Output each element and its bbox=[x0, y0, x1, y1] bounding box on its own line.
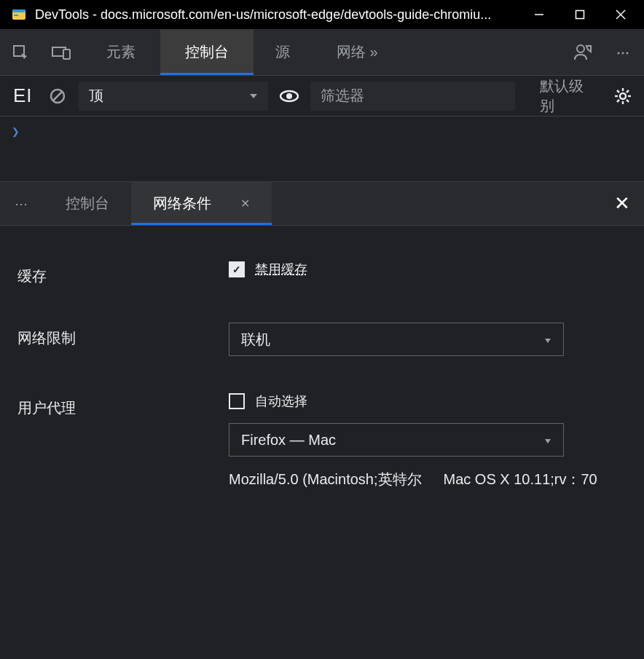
drawer-more-tabs-icon[interactable]: ⋯ bbox=[0, 182, 44, 225]
svg-rect-9 bbox=[63, 50, 70, 59]
cache-label: 缓存 bbox=[17, 261, 229, 286]
devtools-app-icon bbox=[10, 6, 28, 23]
maximize-button[interactable] bbox=[559, 0, 600, 29]
dropdown-arrow-icon bbox=[544, 432, 551, 449]
ua-string-part-1: Mozilla/5.0 (Macintosh;英特尔 bbox=[229, 470, 422, 489]
close-drawer-icon[interactable]: ✕ bbox=[600, 182, 644, 225]
disable-cache-label: 禁用缓存 bbox=[255, 261, 307, 278]
account-icon[interactable] bbox=[562, 29, 603, 75]
throttling-select[interactable]: 联机 bbox=[229, 323, 564, 356]
minimize-button[interactable] bbox=[519, 0, 559, 29]
tab-console[interactable]: 控制台 bbox=[160, 29, 254, 75]
drawer-tab-console[interactable]: 控制台 bbox=[44, 182, 131, 225]
svg-line-20 bbox=[617, 90, 619, 92]
filter-input[interactable] bbox=[310, 82, 515, 111]
log-level-select[interactable]: 默认级别 bbox=[533, 76, 602, 116]
svg-line-12 bbox=[53, 92, 62, 100]
drawer-tab-network-conditions[interactable]: 网络条件 ✕ bbox=[131, 182, 272, 225]
svg-point-14 bbox=[286, 93, 292, 99]
dropdown-arrow-icon bbox=[249, 87, 258, 104]
throttling-value: 联机 bbox=[241, 330, 270, 350]
window-title: DevTools - docs.microsoft.com/en-us/micr… bbox=[35, 7, 519, 23]
user-agent-select[interactable]: Firefox — Mac bbox=[229, 423, 564, 457]
tab-network-more[interactable]: 网络 » bbox=[312, 29, 403, 75]
network-conditions-panel: 缓存 ✓ 禁用缓存 网络限制 联机 用户代理 自动选择 Firefox — Ma… bbox=[0, 226, 644, 543]
more-menu-icon[interactable]: ⋯ bbox=[603, 29, 644, 75]
console-settings-icon[interactable] bbox=[610, 83, 635, 109]
checkbox-unchecked-icon bbox=[229, 393, 245, 409]
tab-elements[interactable]: 元素 bbox=[82, 29, 160, 75]
dropdown-arrow-icon bbox=[544, 331, 551, 348]
clear-console-icon[interactable] bbox=[46, 83, 71, 109]
device-toolbar-icon[interactable] bbox=[41, 29, 82, 75]
inspect-element-icon[interactable] bbox=[0, 29, 41, 75]
throttling-row: 网络限制 联机 bbox=[17, 323, 627, 356]
tab-sources[interactable]: 源 bbox=[254, 29, 312, 75]
context-selected-value: 顶 bbox=[89, 86, 103, 106]
console-sidebar-toggle[interactable]: EI bbox=[9, 84, 37, 107]
console-toolbar: EI 顶 默认级别 bbox=[0, 76, 644, 117]
drawer-tab-label: 网络条件 bbox=[153, 194, 211, 213]
svg-rect-4 bbox=[576, 11, 584, 19]
close-window-button[interactable] bbox=[600, 0, 641, 29]
svg-line-22 bbox=[617, 100, 619, 102]
svg-line-23 bbox=[627, 90, 629, 92]
main-tab-strip: 元素 控制台 源 网络 » ⋯ bbox=[0, 29, 644, 76]
svg-rect-2 bbox=[14, 15, 18, 16]
disable-cache-checkbox[interactable]: ✓ 禁用缓存 bbox=[229, 261, 627, 278]
svg-point-10 bbox=[577, 45, 584, 52]
user-agent-label: 用户代理 bbox=[17, 392, 229, 418]
window-controls bbox=[519, 0, 641, 29]
drawer-tab-strip: ⋯ 控制台 网络条件 ✕ ✕ bbox=[0, 182, 644, 226]
checkbox-checked-icon: ✓ bbox=[229, 261, 245, 277]
user-agent-value: Firefox — Mac bbox=[241, 432, 336, 449]
live-expression-icon[interactable] bbox=[277, 83, 302, 109]
auto-select-checkbox[interactable]: 自动选择 bbox=[229, 392, 627, 410]
console-prompt-icon: ❯ bbox=[12, 124, 20, 139]
ua-string-part-2: Mac OS X 10.11;rv：70 bbox=[444, 470, 597, 489]
close-tab-icon[interactable]: ✕ bbox=[240, 197, 250, 210]
execution-context-select[interactable]: 顶 bbox=[79, 82, 268, 111]
cache-row: 缓存 ✓ 禁用缓存 bbox=[17, 261, 627, 286]
user-agent-row: 用户代理 自动选择 Firefox — Mac Mozilla/5.0 (Mac… bbox=[17, 392, 627, 489]
svg-line-21 bbox=[627, 100, 629, 102]
console-output[interactable]: ❯ bbox=[0, 117, 644, 182]
auto-select-label: 自动选择 bbox=[255, 392, 307, 410]
user-agent-string-display: Mozilla/5.0 (Macintosh;英特尔 Mac OS X 10.1… bbox=[229, 470, 615, 489]
svg-rect-1 bbox=[12, 9, 25, 12]
throttling-label: 网络限制 bbox=[17, 323, 229, 348]
svg-point-15 bbox=[620, 93, 626, 99]
window-titlebar: DevTools - docs.microsoft.com/en-us/micr… bbox=[0, 0, 644, 29]
